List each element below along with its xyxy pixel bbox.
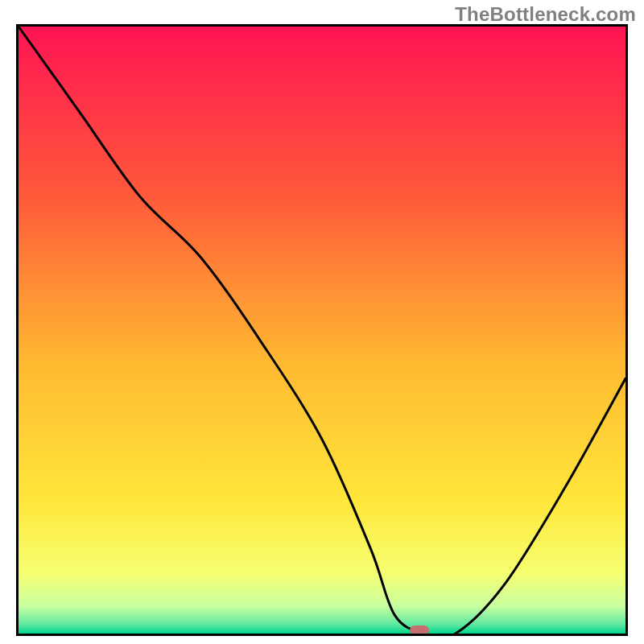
watermark-text: TheBottleneck.com bbox=[455, 3, 636, 26]
plot-area bbox=[16, 24, 628, 636]
chart-container: TheBottleneck.com bbox=[0, 0, 644, 644]
bottleneck-curve bbox=[19, 27, 625, 634]
optimal-marker bbox=[410, 625, 429, 635]
